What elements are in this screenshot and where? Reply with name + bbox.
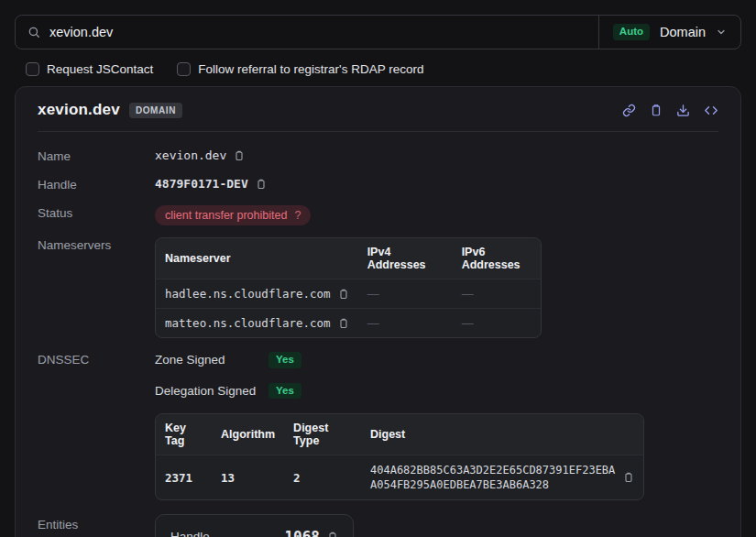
delegation-signed-row: Delegation Signed Yes bbox=[155, 383, 718, 400]
checkbox-request-jscontact[interactable]: Request JSContact bbox=[26, 62, 153, 76]
query-type-selector[interactable]: Auto Domain bbox=[599, 16, 740, 49]
card-actions bbox=[622, 104, 718, 117]
name-label: Name bbox=[38, 148, 155, 163]
ipv4-col-header: IPv4 Addresses bbox=[358, 238, 453, 279]
status-badge: client transfer prohibited ? bbox=[155, 205, 311, 225]
entities-label: Entities bbox=[38, 514, 155, 532]
delegation-signed-label: Delegation Signed bbox=[155, 384, 268, 398]
nameserver-table: Nameserver IPv4 Addresses IPv6 Addresses… bbox=[155, 237, 542, 338]
nameserver-col-header: Nameserver bbox=[156, 238, 358, 279]
copy-entity-handle-button[interactable] bbox=[327, 531, 338, 537]
follow-referral-checkbox[interactable] bbox=[177, 62, 191, 76]
search-input[interactable] bbox=[49, 25, 586, 39]
copy-nameserver-button[interactable] bbox=[338, 317, 349, 330]
copy-icon bbox=[338, 317, 349, 330]
dnssec-content: Zone Signed Yes Delegation Signed Yes Ke… bbox=[155, 352, 718, 500]
card-body: Name xevion.dev Handle 4879F0171-DEV bbox=[38, 132, 718, 537]
permalink-button[interactable] bbox=[622, 104, 636, 117]
dnssec-table: Key Tag Algorithm Digest Type Digest 237… bbox=[155, 413, 644, 500]
ipv6-empty: — bbox=[462, 316, 474, 330]
entity-card: Handle 1068 Roles registrar bbox=[155, 514, 354, 537]
search-bar: Auto Domain bbox=[15, 15, 741, 49]
field-row-name: Name xevion.dev bbox=[38, 148, 718, 163]
request-jscontact-checkbox[interactable] bbox=[26, 62, 39, 76]
status-value: client transfer prohibited bbox=[165, 209, 287, 222]
handle-label: Handle bbox=[38, 177, 155, 192]
zone-signed-badge: Yes bbox=[268, 352, 301, 368]
zone-signed-label: Zone Signed bbox=[155, 353, 268, 367]
handle-value: 4879F0171-DEV bbox=[155, 177, 248, 191]
nameservers-label: Nameservers bbox=[38, 237, 155, 252]
nameserver-value: hadlee.ns.cloudflare.com bbox=[165, 287, 331, 301]
dnssec-table-header: Key Tag Algorithm Digest Type Digest bbox=[156, 414, 643, 455]
algorithm-value: 13 bbox=[221, 471, 235, 485]
chevron-down-icon bbox=[716, 27, 727, 38]
nameserver-value: matteo.ns.cloudflare.com bbox=[165, 316, 331, 330]
copy-handle-button[interactable] bbox=[256, 178, 267, 191]
entity-handle-value: 1068 bbox=[284, 528, 320, 537]
copy-name-button[interactable] bbox=[234, 149, 245, 162]
card-header: xevion.dev DOMAIN bbox=[38, 87, 718, 131]
code-icon bbox=[704, 104, 718, 117]
dnssec-row: 2371 13 2 404A682BB85C63A3D2E2E65CD87391… bbox=[156, 455, 643, 499]
field-row-nameservers: Nameservers Nameserver IPv4 Addresses IP… bbox=[38, 237, 718, 338]
follow-referral-label: Follow referral to registrar's RDAP reco… bbox=[198, 62, 423, 76]
search-input-area[interactable] bbox=[16, 16, 598, 49]
field-row-dnssec: DNSSEC Zone Signed Yes Delegation Signed… bbox=[38, 352, 718, 500]
copy-icon bbox=[623, 471, 634, 484]
dnssec-label: DNSSEC bbox=[38, 352, 155, 367]
auto-badge: Auto bbox=[613, 24, 650, 40]
link-icon bbox=[622, 104, 636, 117]
copy-icon bbox=[327, 531, 338, 537]
query-type-label: Domain bbox=[660, 25, 706, 39]
entity-handle-label: Handle bbox=[170, 530, 210, 537]
domain-title: xevion.dev bbox=[38, 101, 120, 119]
copy-icon bbox=[234, 149, 245, 162]
field-row-entities: Entities Handle 1068 Roles re bbox=[38, 514, 718, 537]
copy-nameserver-button[interactable] bbox=[338, 288, 349, 301]
options-row: Request JSContact Follow referral to reg… bbox=[26, 62, 741, 76]
domain-type-badge: DOMAIN bbox=[129, 103, 182, 118]
status-label: Status bbox=[38, 205, 155, 220]
ipv4-empty: — bbox=[367, 287, 379, 301]
search-icon bbox=[27, 26, 40, 38]
ipv6-empty: — bbox=[462, 287, 474, 301]
clipboard-icon bbox=[650, 104, 663, 117]
digest-type-col-header: Digest Type bbox=[284, 414, 361, 455]
field-row-handle: Handle 4879F0171-DEV bbox=[38, 177, 718, 192]
ipv6-col-header: IPv6 Addresses bbox=[453, 238, 541, 279]
copy-record-button[interactable] bbox=[650, 104, 663, 117]
field-row-status: Status client transfer prohibited ? bbox=[38, 205, 718, 225]
entity-handle-row: Handle 1068 bbox=[170, 528, 338, 537]
zone-signed-row: Zone Signed Yes bbox=[155, 352, 718, 368]
download-button[interactable] bbox=[676, 104, 690, 117]
status-help-hint[interactable]: ? bbox=[294, 209, 301, 222]
download-icon bbox=[676, 104, 690, 117]
raw-json-button[interactable] bbox=[704, 104, 718, 117]
keytag-value: 2371 bbox=[165, 471, 192, 485]
digest-type-value: 2 bbox=[293, 471, 301, 485]
delegation-signed-badge: Yes bbox=[268, 383, 301, 400]
nameserver-table-header: Nameserver IPv4 Addresses IPv6 Addresses bbox=[156, 238, 541, 279]
nameserver-row: matteo.ns.cloudflare.com — — bbox=[156, 308, 541, 337]
digest-col-header: Digest bbox=[361, 414, 643, 455]
keytag-col-header: Key Tag bbox=[156, 414, 212, 455]
name-value: xevion.dev bbox=[155, 148, 226, 162]
copy-icon bbox=[338, 288, 349, 301]
nameserver-row: hadlee.ns.cloudflare.com — — bbox=[156, 279, 541, 308]
digest-value: 404A682BB85C63A3D2E2E65CD87391EF23EBAA05… bbox=[370, 463, 616, 492]
ipv4-empty: — bbox=[367, 316, 379, 330]
checkbox-follow-referral[interactable]: Follow referral to registrar's RDAP reco… bbox=[177, 62, 423, 76]
copy-digest-button[interactable] bbox=[623, 471, 634, 484]
domain-result-card: xevion.dev DOMAIN bbox=[15, 86, 741, 537]
algorithm-col-header: Algorithm bbox=[212, 414, 284, 455]
request-jscontact-label: Request JSContact bbox=[47, 62, 153, 76]
copy-icon bbox=[256, 178, 267, 191]
